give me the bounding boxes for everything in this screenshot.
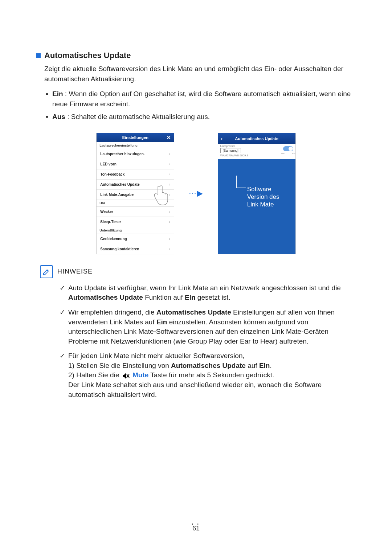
auto-update-body: Software Version des Link Mate <box>218 159 295 254</box>
back-icon[interactable]: ‹ <box>221 136 223 141</box>
toggle-off-label: Aus <box>281 152 285 155</box>
close-icon[interactable]: ✕ <box>167 135 171 140</box>
heading-text: Automatisches Update <box>44 51 131 60</box>
bullet-aus: Aus : Schaltet die automatische Aktualis… <box>44 112 359 122</box>
row-alarm-label: Wecker <box>100 210 113 214</box>
note-2: Wir empfehlen dringend, die Automatische… <box>60 308 359 346</box>
callout-line-icon <box>236 176 246 188</box>
bullet-ein: Ein : Wenn die Option auf On geschaltet … <box>44 89 359 109</box>
note-3-tail: Der Link Mate schaltet sich aus und ansc… <box>68 380 359 399</box>
speaker-info: Lautsprecher [Samsung] WAM270WWB-2009.3 … <box>218 144 295 159</box>
chevron-right-icon: › <box>169 172 170 176</box>
row-led-label: LED vorn <box>100 162 116 166</box>
row-sleep-label: Sleep-Timer <box>100 220 121 224</box>
section-support: Unterstützung <box>97 227 174 234</box>
note-3-step-1: 1) Stellen Sie die Einstellung von Autom… <box>68 361 359 371</box>
bullet-aus-text: : Schaltet die automatische Aktualisieru… <box>65 113 210 120</box>
row-contact-label: Samsung kontaktieren <box>100 247 139 251</box>
arrow-icon: ∙∙∙▶ <box>189 133 203 254</box>
version-annotation: Software Version des Link Mate <box>247 185 279 209</box>
note-1: Auto Update ist verfügbar, wenn Ihr Link… <box>60 283 359 303</box>
section-heading: Automatisches Update <box>36 51 359 60</box>
annot-line-2: Version des <box>247 193 279 201</box>
row-sleep[interactable]: Sleep-Timer › <box>97 217 174 227</box>
annot-line-1: Software <box>247 185 279 193</box>
square-bullet-icon <box>36 53 41 58</box>
annot-line-3: Link Mate <box>247 201 279 208</box>
speaker-name: [Samsung] <box>220 148 241 153</box>
chevron-right-icon: › <box>169 237 170 241</box>
settings-title: Einstellungen <box>122 135 148 140</box>
hand-pointer-icon <box>151 184 172 209</box>
row-add-speaker-label: Lautsprecher hinzufugen. <box>100 152 144 156</box>
settings-titlebar: Einstellungen ✕ <box>97 133 174 142</box>
row-device-id[interactable]: Gerätekennung › <box>97 234 174 244</box>
mute-icon <box>122 372 130 379</box>
speaker-section-label: Lautsprecher <box>220 145 293 147</box>
bullet-ein-label: Ein <box>52 90 63 98</box>
row-auto-update-label: Automatisches Update <box>100 182 139 186</box>
row-output-label: Link Mate-Ausgabe <box>100 193 134 197</box>
section-speaker: Lautsprechereinstellung <box>97 142 174 149</box>
auto-update-titlebar: ‹ Automatisches Update <box>218 133 295 144</box>
notes-icon <box>40 265 53 278</box>
screenshot-auto-update: ‹ Automatisches Update Lautsprecher [Sam… <box>218 133 296 254</box>
row-add-speaker[interactable]: Lautsprecher hinzufugen. › <box>97 149 174 159</box>
note-3-step-2: 2) Halten Sie die Mute Taste für mehr al… <box>68 370 359 380</box>
row-device-id-label: Gerätekennung <box>100 237 127 241</box>
note-3-lead: Für jeden Link Mate nicht mehr aktueller… <box>68 352 245 360</box>
row-led[interactable]: LED vorn › <box>97 159 174 169</box>
chevron-right-icon: › <box>169 210 170 214</box>
chevron-right-icon: › <box>169 162 170 166</box>
chevron-right-icon: › <box>169 247 170 251</box>
note-3: Für jeden Link Mate nicht mehr aktueller… <box>60 351 359 399</box>
chevron-right-icon: › <box>169 152 170 156</box>
page-number: • • 61 <box>0 522 392 532</box>
callout-line-icon <box>269 167 269 188</box>
auto-update-toggle[interactable]: Aus Ein <box>283 146 293 151</box>
notes-heading: HINWEISE <box>57 268 93 275</box>
chevron-right-icon: › <box>169 220 170 224</box>
intro-text: Zeigt die aktuelle Softwareversion des L… <box>44 64 359 84</box>
toggle-on-label: Ein <box>292 152 295 155</box>
auto-update-title: Automatisches Update <box>235 136 278 141</box>
row-tone[interactable]: Ton-Feedback › <box>97 169 174 180</box>
page-number-value: 61 <box>192 525 200 532</box>
row-contact[interactable]: Samsung kontaktieren › <box>97 244 174 254</box>
mute-label: Mute <box>132 371 148 379</box>
row-tone-label: Ton-Feedback <box>100 172 124 176</box>
bullet-ein-text: : Wenn die Option auf On geschaltet ist,… <box>52 90 351 108</box>
bullet-aus-label: Aus <box>52 113 65 120</box>
